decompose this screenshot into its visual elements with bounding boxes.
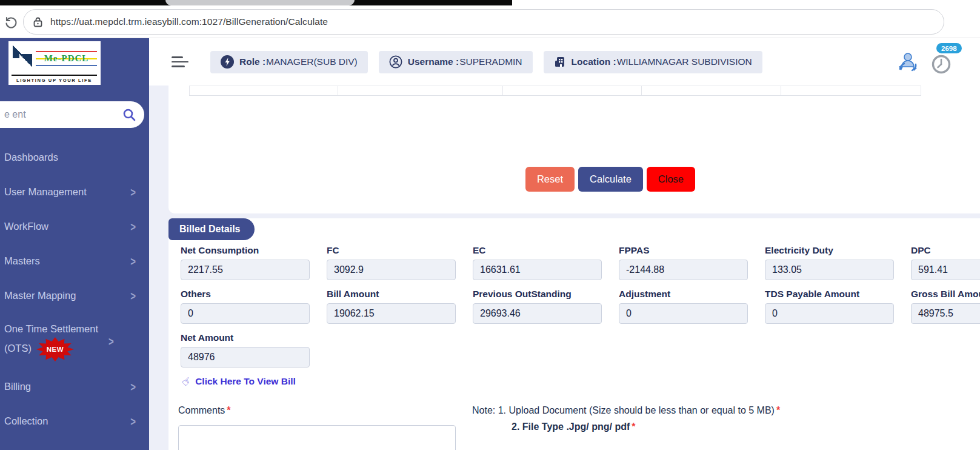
session-timer[interactable]: 2698 xyxy=(930,53,952,75)
pointing-hand-icon: ☞ xyxy=(179,374,194,389)
section-title-badge: Billed Details xyxy=(168,218,255,240)
net-amount-input[interactable] xyxy=(181,347,310,368)
close-button[interactable]: Close xyxy=(647,167,695,192)
view-bill-link[interactable]: ☞ Click Here To View Bill xyxy=(182,376,980,387)
gross-bill-input[interactable] xyxy=(911,303,980,324)
electricity-duty-input[interactable] xyxy=(765,260,894,280)
sidebar-item-billing[interactable]: Billing > xyxy=(0,369,149,404)
comments-section: Comments* xyxy=(178,405,458,450)
field-dpc: DPC xyxy=(911,245,980,280)
chevron-right-icon: > xyxy=(130,220,136,234)
switch-user-icon[interactable] xyxy=(894,49,921,75)
browser-toolbar: https://uat.mepdcl.trm.ieasybill.com:102… xyxy=(0,5,980,38)
chevron-right-icon: > xyxy=(130,414,136,429)
reload-icon[interactable] xyxy=(4,15,19,29)
lightning-icon xyxy=(221,55,234,69)
sidebar-item-collection[interactable]: Collection > xyxy=(0,404,149,438)
sidebar-item-workflow[interactable]: WorkFlow > xyxy=(0,209,149,244)
chevron-right-icon: > xyxy=(130,185,136,200)
field-ec: EC xyxy=(473,245,619,280)
sidebar-item-dashboards[interactable]: Dashboards xyxy=(0,140,149,175)
fppas-input[interactable] xyxy=(619,260,748,280)
logo-mark-icon xyxy=(12,44,36,73)
field-gross-bill: Gross Bill Amount xyxy=(911,289,980,324)
chevron-right-icon: > xyxy=(108,334,114,349)
building-icon xyxy=(554,56,566,68)
sidebar: Me-PDCL LIGHTING UP YOUR LIFE Dashboards xyxy=(0,38,149,450)
reset-button[interactable]: Reset xyxy=(525,167,575,192)
previous-outstanding-input[interactable] xyxy=(473,303,602,324)
location-badge: Location :WILLIAMNAGAR SUBDIVISION xyxy=(544,51,762,73)
page: https://uat.mepdcl.trm.ieasybill.com:102… xyxy=(0,0,980,450)
sidebar-item-master-mapping[interactable]: Master Mapping > xyxy=(0,278,149,313)
browser-tab-strip xyxy=(0,0,980,5)
field-net-amount: Net Amount xyxy=(181,332,327,368)
field-bill-amount: Bill Amount xyxy=(327,289,473,324)
upload-note: Note: 1. Upload Document (Size should be… xyxy=(472,405,780,450)
dpc-input[interactable] xyxy=(911,260,980,280)
chevron-right-icon: > xyxy=(130,289,136,303)
main-area: Role :MANAGER(SUB DIV) Username :SUPERAD… xyxy=(149,38,980,450)
adjustment-input[interactable] xyxy=(619,303,748,324)
url-text: https://uat.mepdcl.trm.ieasybill.com:102… xyxy=(50,16,328,27)
app-header: Role :MANAGER(SUB DIV) Username :SUPERAD… xyxy=(149,38,980,86)
browser-tab[interactable] xyxy=(165,0,355,5)
table-row xyxy=(189,86,921,96)
field-previous-outstanding: Previous OutStanding xyxy=(473,289,619,324)
chevron-right-icon: > xyxy=(130,254,136,269)
field-fppas: FPPAS xyxy=(619,245,765,280)
field-fc: FC xyxy=(327,245,473,280)
sidebar-item-one-time-settlement[interactable]: One Time Settlement (OTS)NEW > xyxy=(0,313,149,369)
user-icon xyxy=(389,55,402,69)
field-tds-payable: TDS Payable Amount xyxy=(765,289,911,324)
brand-tagline: LIGHTING UP YOUR LIFE xyxy=(12,78,97,83)
bill-amount-input[interactable] xyxy=(327,303,456,324)
field-electricity-duty: Electricity Duty xyxy=(765,245,911,280)
lock-icon xyxy=(33,16,42,27)
calculation-card: Reset Calculate Close xyxy=(168,86,980,213)
field-net-consumption: Net Consumption xyxy=(181,245,327,280)
required-asterisk: * xyxy=(776,405,780,415)
clock-icon xyxy=(930,53,952,75)
sidebar-item-masters[interactable]: Masters > xyxy=(0,244,149,278)
sidebar-nav: Dashboards User Management > WorkFlow > … xyxy=(0,140,149,438)
tds-payable-input[interactable] xyxy=(765,303,894,324)
field-adjustment: Adjustment xyxy=(619,289,765,324)
menu-toggle-icon[interactable] xyxy=(172,55,190,69)
required-asterisk: * xyxy=(227,405,230,415)
app-frame: Me-PDCL LIGHTING UP YOUR LIFE Dashboards xyxy=(0,38,980,450)
url-bar[interactable]: https://uat.mepdcl.trm.ieasybill.com:102… xyxy=(23,9,944,35)
field-others: Others xyxy=(181,289,327,324)
others-input[interactable] xyxy=(181,303,310,324)
role-badge: Role :MANAGER(SUB DIV) xyxy=(210,51,368,73)
required-asterisk: * xyxy=(632,421,635,432)
chevron-right-icon: > xyxy=(130,380,136,394)
sidebar-item-user-management[interactable]: User Management > xyxy=(0,175,149,209)
ec-input[interactable] xyxy=(473,260,602,280)
app-logo: Me-PDCL LIGHTING UP YOUR LIFE xyxy=(8,41,101,85)
content-area: Reset Calculate Close Billed Details Net… xyxy=(149,86,980,450)
new-badge: NEW xyxy=(36,337,74,361)
brand-name: Me-PDCL xyxy=(36,53,97,64)
notification-count-badge: 2698 xyxy=(936,43,962,53)
username-badge: Username :SUPERADMIN xyxy=(379,51,533,73)
calculate-button[interactable]: Calculate xyxy=(578,167,643,192)
billed-details-card: Billed Details Net Consumption FC EC FPP… xyxy=(168,218,980,450)
fc-input[interactable] xyxy=(327,260,456,280)
billed-fields-grid: Net Consumption FC EC FPPAS Electricity … xyxy=(181,245,980,368)
comments-textarea[interactable] xyxy=(178,425,456,450)
net-consumption-input[interactable] xyxy=(181,260,310,280)
search-icon[interactable] xyxy=(122,107,136,122)
